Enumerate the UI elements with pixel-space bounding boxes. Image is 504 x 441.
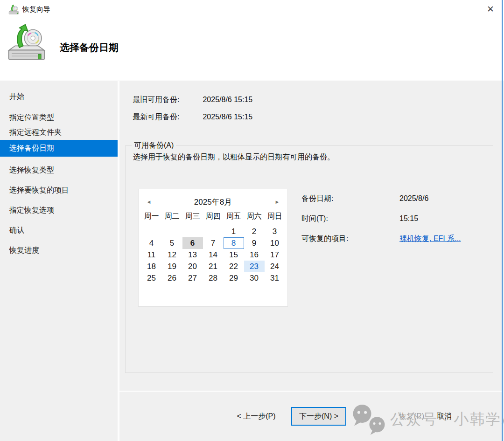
newest-backup-value: 2025/8/6 15:15 xyxy=(203,113,252,121)
date-cell-22[interactable]: 22 xyxy=(224,261,244,272)
backup-drive-icon xyxy=(7,22,47,62)
date-cell-14[interactable]: 14 xyxy=(203,249,224,261)
main-content: 最旧可用备份: 2025/8/6 15:15 最新可用备份: 2025/8/6 … xyxy=(119,81,502,441)
sidebar-step-2: 指定远程文件夹 xyxy=(0,126,118,139)
sidebar-step-5: 选择要恢复的项目 xyxy=(0,184,118,197)
date-cell-9[interactable]: 9 xyxy=(244,237,265,249)
date-cell-26[interactable]: 26 xyxy=(162,272,182,284)
date-cell-8[interactable]: 8 xyxy=(224,237,244,249)
oldest-backup-label: 最旧可用备份: xyxy=(133,95,201,105)
date-cell-28[interactable]: 28 xyxy=(203,272,224,284)
weekday-header: 周五 xyxy=(224,212,244,221)
wizard-body: 开始指定位置类型指定远程文件夹选择备份日期选择恢复类型选择要恢复的项目指定恢复选… xyxy=(0,81,504,441)
recovery-wizard-window: 恢复向导 ✕ 选择备份日期 开始指定位置类型指定远程文件夹选择备份日期选择恢复类… xyxy=(0,0,504,441)
calendar-nav: ◄ 2025年8月 ► xyxy=(139,196,287,207)
date-cell-5[interactable]: 5 xyxy=(162,237,182,249)
date-cell-16[interactable]: 16 xyxy=(244,249,265,261)
date-cell-2[interactable]: 2 xyxy=(244,226,265,237)
detail-label-2: 可恢复的项目: xyxy=(301,234,399,244)
date-cell-6[interactable]: 6 xyxy=(182,237,203,249)
groupbox-description: 选择用于恢复的备份日期，以粗体显示的日期有可用的备份。 xyxy=(133,152,335,162)
detail-value-0: 2025/8/6 xyxy=(399,194,428,202)
date-cell-11[interactable]: 11 xyxy=(141,249,162,261)
date-cell-empty xyxy=(182,226,203,237)
date-cell-21[interactable]: 21 xyxy=(203,261,224,272)
sidebar-step-1: 指定位置类型 xyxy=(0,111,118,124)
weekday-header: 周三 xyxy=(182,212,203,221)
sidebar-step-0: 开始 xyxy=(0,90,118,103)
date-cell-29[interactable]: 29 xyxy=(224,272,244,284)
date-cell-13[interactable]: 13 xyxy=(182,249,203,261)
sidebar-step-4: 选择恢复类型 xyxy=(0,164,118,177)
date-cell-empty xyxy=(141,226,162,237)
detail-row-0: 备份日期:2025/8/6 xyxy=(301,194,461,204)
page-title: 选择备份日期 xyxy=(60,41,119,54)
backup-details: 备份日期:2025/8/6时间(T):15:15可恢复的项目:裸机恢复, EFI… xyxy=(301,194,461,254)
calendar-date-grid: 1234567891011121314151617181920212223242… xyxy=(139,226,287,284)
calendar-next-icon[interactable]: ► xyxy=(273,199,281,205)
newest-backup-label: 最新可用备份: xyxy=(133,112,201,122)
date-cell-18[interactable]: 18 xyxy=(141,261,162,272)
back-button[interactable]: < 上一步(P) xyxy=(228,408,284,425)
detail-row-2: 可恢复的项目:裸机恢复, EFI 系... xyxy=(301,234,461,244)
wizard-header: 选择备份日期 xyxy=(0,19,504,81)
date-cell-10[interactable]: 10 xyxy=(265,237,285,249)
sidebar-step-3: 选择备份日期 xyxy=(0,140,118,157)
date-cell-27[interactable]: 27 xyxy=(182,272,203,284)
oldest-backup-row: 最旧可用备份: 2025/8/6 15:15 xyxy=(133,95,252,105)
date-cell-1[interactable]: 1 xyxy=(224,226,244,237)
date-cell-24[interactable]: 24 xyxy=(265,261,285,272)
next-button[interactable]: 下一步(N) > xyxy=(291,407,346,426)
calendar-month-title: 2025年8月 xyxy=(153,197,273,207)
titlebar: 恢复向导 ✕ xyxy=(0,0,504,19)
sidebar-step-8: 恢复进度 xyxy=(0,244,118,257)
date-cell-19[interactable]: 19 xyxy=(162,261,182,272)
detail-row-1: 时间(T):15:15 xyxy=(301,214,461,224)
sidebar-step-7: 确认 xyxy=(0,224,118,237)
date-cell-20[interactable]: 20 xyxy=(182,261,203,272)
calendar-prev-icon[interactable]: ◄ xyxy=(145,199,153,205)
window-title: 恢复向导 xyxy=(22,5,50,14)
calendar-weekday-row: 周一周二周三周四周五周六周日 xyxy=(139,212,287,224)
sidebar-step-6: 指定恢复选项 xyxy=(0,204,118,217)
available-backups-groupbox: 可用备份(A) 选择用于恢复的备份日期，以粗体显示的日期有可用的备份。 ◄ 20… xyxy=(125,145,493,373)
weekday-header: 周二 xyxy=(162,212,182,221)
cancel-button[interactable]: 取消 xyxy=(419,408,470,425)
groupbox-legend: 可用备份(A) xyxy=(132,141,176,151)
oldest-backup-value: 2025/8/6 15:15 xyxy=(203,96,252,103)
newest-backup-row: 最新可用备份: 2025/8/6 15:15 xyxy=(133,112,252,122)
weekday-header: 周一 xyxy=(141,212,162,221)
recoverable-items-link[interactable]: 裸机恢复, EFI 系... xyxy=(399,234,461,242)
backup-date-calendar[interactable]: ◄ 2025年8月 ► 周一周二周三周四周五周六周日 1234567891011… xyxy=(138,189,288,307)
date-cell-empty xyxy=(162,226,182,237)
date-cell-31[interactable]: 31 xyxy=(265,272,285,284)
detail-label-1: 时间(T): xyxy=(301,214,399,224)
weekday-header: 周四 xyxy=(203,212,224,221)
sidebar-steps: 开始指定位置类型指定远程文件夹选择备份日期选择恢复类型选择要恢复的项目指定恢复选… xyxy=(0,81,118,441)
date-cell-empty xyxy=(203,226,224,237)
date-cell-17[interactable]: 17 xyxy=(265,249,285,261)
detail-value-1: 15:15 xyxy=(399,214,418,222)
date-cell-15[interactable]: 15 xyxy=(224,249,244,261)
weekday-header: 周日 xyxy=(265,212,285,221)
close-icon[interactable]: ✕ xyxy=(483,3,497,16)
date-cell-23[interactable]: 23 xyxy=(244,261,265,272)
window-accent-border xyxy=(502,0,503,441)
detail-label-0: 备份日期: xyxy=(301,194,399,204)
date-cell-25[interactable]: 25 xyxy=(141,272,162,284)
date-cell-12[interactable]: 12 xyxy=(162,249,182,261)
footer-divider xyxy=(119,391,502,392)
app-icon xyxy=(8,4,19,15)
weekday-header: 周六 xyxy=(244,212,265,221)
date-cell-3[interactable]: 3 xyxy=(265,226,285,237)
date-cell-30[interactable]: 30 xyxy=(244,272,265,284)
date-cell-7[interactable]: 7 xyxy=(203,237,224,249)
date-cell-4[interactable]: 4 xyxy=(141,237,162,249)
